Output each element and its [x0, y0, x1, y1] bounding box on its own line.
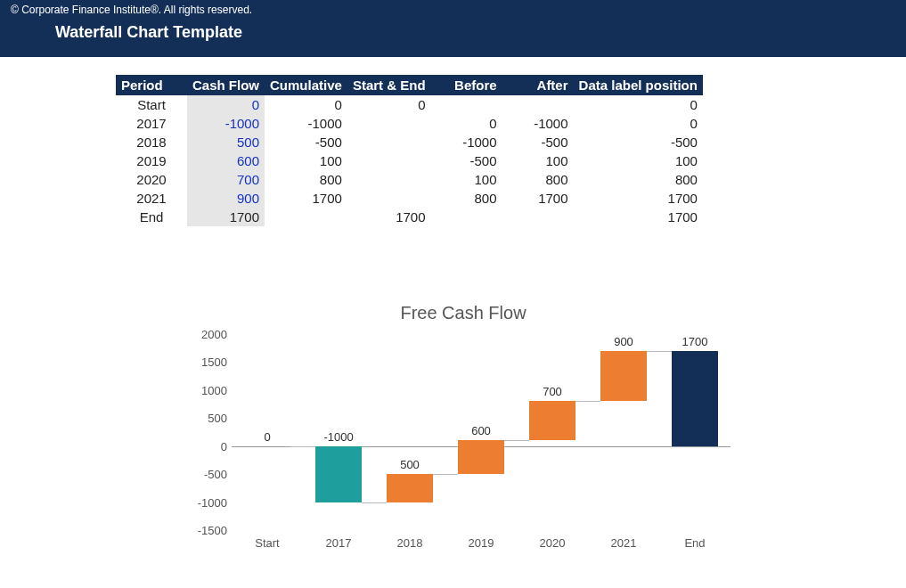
- table-cell: -1000: [187, 114, 265, 133]
- x-tick-label: 2020: [521, 536, 584, 550]
- table-cell: [431, 208, 502, 226]
- table-cell: -1000: [265, 114, 347, 133]
- table-cell: 800: [502, 170, 574, 189]
- table-row: 2020700800100800800: [116, 170, 703, 189]
- copyright-text: © Corporate Finance Institute®. All righ…: [11, 4, 895, 16]
- table-cell: 100: [574, 151, 703, 170]
- chart-connector: [290, 446, 315, 447]
- chart-data-label: 600: [471, 424, 491, 437]
- table-cell: 0: [187, 95, 265, 114]
- table-row: End170017001700: [116, 208, 703, 226]
- chart-data-label: -1000: [323, 430, 353, 444]
- table-cell: 100: [431, 170, 502, 189]
- chart-connector: [504, 440, 529, 441]
- chart-bar: [600, 351, 647, 402]
- table-cell: 800: [574, 170, 703, 189]
- table-cell: 100: [502, 151, 574, 170]
- table-cell: 1700: [187, 208, 265, 226]
- table-cell: 0: [574, 95, 703, 114]
- table-header: Cash Flow: [187, 75, 265, 95]
- x-tick-label: 2018: [379, 536, 441, 550]
- page-title: Waterfall Chart Template: [55, 23, 895, 42]
- table-row: 2019600100-500100100: [116, 151, 703, 170]
- table-row: 2018500-500-1000-500-500: [116, 133, 703, 151]
- table-cell: 500: [187, 133, 265, 151]
- table-cell: Start: [116, 95, 187, 114]
- chart-bar: [529, 401, 575, 440]
- y-tick-label: 1000: [183, 383, 227, 396]
- table-cell: 0: [265, 95, 347, 114]
- chart-data-label: 0: [264, 430, 270, 444]
- table-cell: 2021: [116, 189, 187, 208]
- table-cell: 0: [347, 95, 431, 114]
- chart-connector: [362, 502, 387, 503]
- chart-connector: [647, 351, 672, 352]
- table-cell: 100: [265, 151, 347, 170]
- x-tick-label: Start: [236, 536, 298, 550]
- data-table-wrap: PeriodCash FlowCumulativeStart & EndBefo…: [116, 75, 906, 226]
- chart-connector: [433, 474, 458, 475]
- table-cell: 800: [265, 170, 347, 189]
- y-tick-label: 500: [183, 412, 227, 425]
- table-cell: -500: [574, 133, 703, 151]
- x-tick-label: End: [664, 536, 726, 550]
- table-cell: 1700: [347, 208, 431, 226]
- table-header: Before: [431, 75, 502, 95]
- table-cell: -1000: [431, 133, 502, 151]
- table-cell: 900: [187, 189, 265, 208]
- table-cell: 600: [187, 151, 265, 170]
- table-cell: -500: [265, 133, 347, 151]
- table-cell: [347, 189, 431, 208]
- chart-title: Free Cash Flow: [178, 303, 748, 323]
- table-cell: [347, 133, 431, 151]
- x-tick-label: 2017: [307, 536, 370, 550]
- table-cell: 1700: [502, 189, 574, 208]
- chart-bar: [458, 440, 504, 474]
- table-cell: 700: [187, 170, 265, 189]
- table-cell: 1700: [265, 189, 347, 208]
- chart-data-label: 700: [543, 385, 562, 398]
- table-cell: -500: [502, 133, 574, 151]
- table-cell: 2020: [116, 170, 187, 189]
- table-cell: -1000: [502, 114, 574, 133]
- table-cell: [347, 151, 431, 170]
- y-tick-label: -1000: [183, 495, 227, 509]
- table-header: Period: [116, 75, 187, 95]
- table-cell: 2019: [116, 151, 187, 170]
- table-cell: [265, 208, 347, 226]
- table-header: After: [502, 75, 574, 95]
- chart-data-label: 900: [614, 335, 633, 348]
- y-tick-label: 0: [183, 439, 227, 453]
- table-cell: 0: [574, 114, 703, 133]
- chart-bar: [387, 474, 433, 502]
- table-header: Start & End: [347, 75, 431, 95]
- chart-data-label: 1700: [682, 335, 708, 348]
- table-cell: -500: [431, 151, 502, 170]
- table-header: Data label position: [574, 75, 703, 95]
- chart-connector: [575, 401, 600, 402]
- table-cell: 2018: [116, 133, 187, 151]
- y-tick-label: 2000: [183, 328, 227, 341]
- table-cell: [502, 95, 574, 114]
- table-cell: [431, 95, 502, 114]
- chart-bar: [672, 351, 718, 446]
- y-tick-label: -1500: [183, 524, 227, 537]
- x-tick-label: 2021: [592, 536, 655, 550]
- waterfall-chart: Free Cash Flow -1500-1000-50005001000150…: [178, 303, 748, 548]
- table-header: Cumulative: [265, 75, 347, 95]
- chart-bar: [315, 446, 362, 502]
- x-tick-label: 2019: [450, 536, 512, 550]
- data-table: PeriodCash FlowCumulativeStart & EndBefo…: [116, 75, 703, 226]
- table-cell: 1700: [574, 208, 703, 226]
- table-cell: End: [116, 208, 187, 226]
- table-row: 2017-1000-10000-10000: [116, 114, 703, 133]
- table-cell: 800: [431, 189, 502, 208]
- y-tick-label: 1500: [183, 355, 227, 369]
- table-row: 2021900170080017001700: [116, 189, 703, 208]
- header-bar: © Corporate Finance Institute®. All righ…: [0, 0, 906, 57]
- y-tick-label: -500: [183, 468, 227, 481]
- chart-plot-area: -1500-1000-5000500100015002000Start02017…: [232, 334, 748, 548]
- table-row: Start0000: [116, 95, 703, 114]
- table-cell: 2017: [116, 114, 187, 133]
- table-cell: [347, 170, 431, 189]
